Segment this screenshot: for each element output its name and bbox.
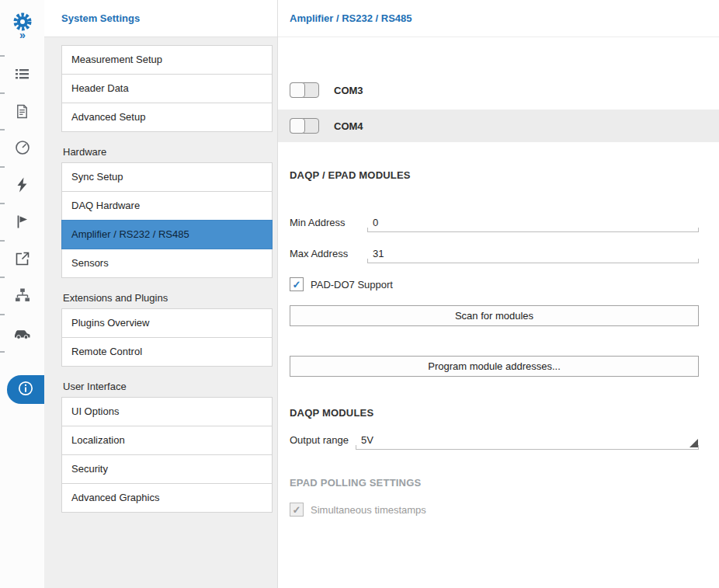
com3-row: COM3 xyxy=(278,74,719,106)
sidebar-item-sensors[interactable]: Sensors xyxy=(61,249,273,278)
sidebar-item-advanced-graphics[interactable]: Advanced Graphics xyxy=(61,483,273,513)
gauge-icon xyxy=(15,140,30,158)
sidebar-item-daq-hardware[interactable]: DAQ Hardware xyxy=(61,191,273,221)
sidebar-item-sync-setup[interactable]: Sync Setup xyxy=(61,162,273,192)
output-range-row: Output range 5V xyxy=(278,432,719,451)
channel-list-icon xyxy=(15,67,30,85)
com4-row: COM4 xyxy=(278,110,719,142)
check-icon: ✓ xyxy=(293,504,301,516)
simultaneous-timestamps-row: ✓ Simultaneous timestamps xyxy=(278,502,719,517)
network-icon xyxy=(15,287,30,306)
iconbar-tick xyxy=(0,277,5,278)
iconbar-item-network[interactable] xyxy=(0,281,44,312)
iconbar-item-channel-list[interactable] xyxy=(0,60,44,91)
sidebar-item-plugins-overview[interactable]: Plugins Overview xyxy=(61,308,273,338)
iconbar-item-report[interactable] xyxy=(0,97,44,128)
sidebar-group-extensions-and-plugins: Extensions and Plugins xyxy=(61,278,273,309)
com4-label: COM4 xyxy=(334,120,363,132)
sidebar-group-hardware: Hardware xyxy=(61,132,273,163)
com4-toggle[interactable] xyxy=(290,118,319,134)
lightning-icon xyxy=(16,177,30,196)
min-address-row: Min Address 0 xyxy=(278,214,719,233)
dropdown-arrow-icon xyxy=(689,439,698,447)
sidebar-nav: Measurement Setup Header Data Advanced S… xyxy=(44,37,277,513)
iconbar-tick xyxy=(0,166,5,168)
page-title: Amplifier / RS232 / RS485 xyxy=(278,0,719,37)
max-address-value: 31 xyxy=(367,245,699,259)
epad-polling-settings-heading: EPAD POLLING SETTINGS xyxy=(290,477,421,489)
vehicle-icon xyxy=(13,325,31,343)
iconbar-item-export[interactable] xyxy=(0,245,44,276)
app-iconbar: » xyxy=(0,0,44,588)
toggle-knob xyxy=(290,82,305,98)
pad-do7-row: ✓ PAD-DO7 Support xyxy=(278,277,719,292)
sidebar-item-header-data[interactable]: Header Data xyxy=(61,74,273,103)
max-address-label: Max Address xyxy=(290,248,348,259)
output-range-value: 5V xyxy=(356,432,699,446)
info-icon xyxy=(17,380,34,400)
settings-sidebar: System Settings Measurement Setup Header… xyxy=(44,0,277,588)
settings-window: » xyxy=(0,0,719,588)
iconbar-tick xyxy=(0,129,5,130)
iconbar-item-vehicle[interactable] xyxy=(0,318,44,350)
sidebar-group-user-interface: User Interface xyxy=(61,367,273,398)
pad-do7-label: PAD-DO7 Support xyxy=(311,279,393,291)
min-address-input[interactable]: 0 xyxy=(367,214,699,232)
max-address-row: Max Address 31 xyxy=(278,245,719,264)
daqp-epad-modules-heading: DAQP / EPAD MODULES xyxy=(290,169,411,181)
expand-chevrons-icon[interactable]: » xyxy=(0,30,44,40)
sidebar-item-amplifier-rs232-rs485[interactable]: Amplifier / RS232 / RS485 xyxy=(61,220,273,249)
simultaneous-timestamps-label: Simultaneous timestamps xyxy=(311,504,426,516)
iconbar-tick xyxy=(0,92,5,94)
scan-for-modules-button[interactable]: Scan for modules xyxy=(290,305,699,326)
sidebar-title: System Settings xyxy=(44,0,277,37)
iconbar-item-info[interactable] xyxy=(7,375,44,404)
report-icon xyxy=(15,104,30,122)
iconbar-tick xyxy=(0,55,5,57)
output-range-dropdown[interactable]: 5V xyxy=(356,432,699,450)
pad-do7-checkbox[interactable]: ✓ xyxy=(290,277,304,291)
flag-icon xyxy=(15,214,30,232)
iconbar-tick xyxy=(0,351,5,353)
daqp-modules-heading: DAQP MODULES xyxy=(290,407,373,419)
export-icon xyxy=(15,251,30,270)
iconbar-item-analyse[interactable] xyxy=(0,171,44,202)
sidebar-item-remote-control[interactable]: Remote Control xyxy=(61,337,273,367)
max-address-input[interactable]: 31 xyxy=(367,245,699,263)
check-icon: ✓ xyxy=(293,279,301,291)
sidebar-item-security[interactable]: Security xyxy=(61,454,273,484)
sidebar-item-ui-options[interactable]: UI Options xyxy=(61,397,273,426)
settings-main-panel: Amplifier / RS232 / RS485 COM3 COM4 DAQP… xyxy=(277,0,719,588)
iconbar-item-measure[interactable] xyxy=(0,134,44,165)
simultaneous-timestamps-checkbox: ✓ xyxy=(290,503,304,517)
program-module-addresses-button[interactable]: Program module addresses... xyxy=(290,356,699,377)
sidebar-item-measurement-setup[interactable]: Measurement Setup xyxy=(61,45,273,75)
com3-toggle[interactable] xyxy=(290,82,319,98)
output-range-label: Output range xyxy=(290,434,349,446)
iconbar-tick xyxy=(0,314,5,315)
sidebar-item-localization[interactable]: Localization xyxy=(61,426,273,455)
min-address-label: Min Address xyxy=(290,217,346,228)
min-address-value: 0 xyxy=(367,214,699,228)
com3-label: COM3 xyxy=(334,85,363,96)
iconbar-tick xyxy=(0,240,5,242)
iconbar-tick xyxy=(0,203,5,204)
sidebar-item-advanced-setup[interactable]: Advanced Setup xyxy=(61,103,273,132)
toggle-knob xyxy=(290,118,305,134)
iconbar-item-setup-files[interactable] xyxy=(0,207,44,238)
